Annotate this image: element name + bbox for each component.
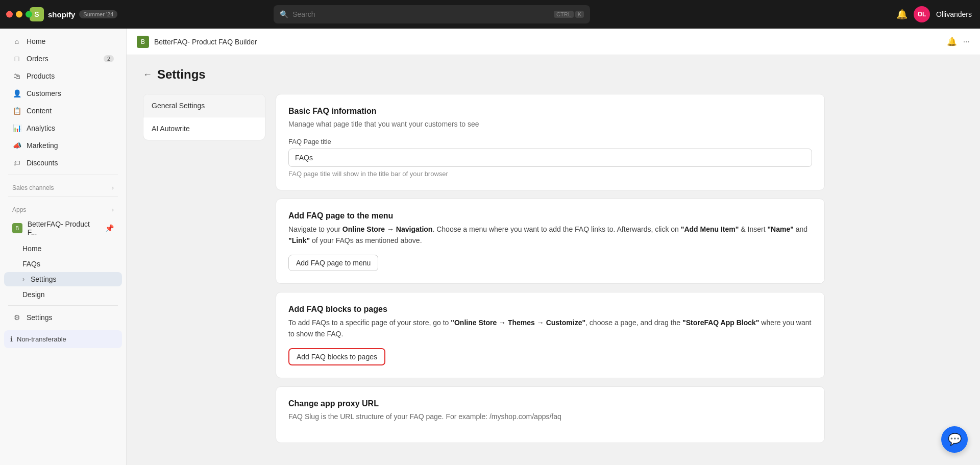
app-header-actions: 🔔 ···: [947, 37, 970, 46]
sub-item-design[interactable]: Design: [4, 287, 122, 302]
sidebar-label-settings: Settings: [27, 313, 53, 322]
betterfaq-app-icon: B: [12, 223, 22, 233]
sidebar-label-products: Products: [27, 72, 55, 80]
maximize-window-button[interactable]: [26, 11, 32, 18]
apps-chevron: ›: [112, 206, 114, 213]
marketing-icon: 📣: [12, 141, 21, 150]
left-settings-nav: General Settings AI Autowrite: [143, 94, 265, 443]
sidebar-item-content[interactable]: 📋 Content: [4, 103, 122, 119]
search-input[interactable]: [292, 10, 550, 18]
app-header-bar: B BetterFAQ- Product FAQ Builder 🔔 ···: [127, 29, 980, 55]
chat-button[interactable]: 💬: [941, 426, 968, 453]
sidebar-section-apps[interactable]: Apps ›: [4, 202, 122, 215]
sidebar-divider-3: [8, 305, 118, 306]
section-title-proxy: Change app proxy URL: [288, 399, 812, 408]
sub-settings-label: Settings: [31, 275, 57, 283]
shopify-badge: Summer '24: [79, 10, 117, 18]
topbar-right: 🔔 OL Ollivanders: [896, 6, 972, 22]
non-transferable-container: ℹ Non-transferable: [0, 326, 126, 352]
right-settings-panel: Basic FAQ information Manage what page t…: [276, 94, 825, 443]
faq-page-title-label: FAQ Page title: [288, 138, 812, 145]
analytics-icon: 📊: [12, 124, 21, 132]
content-area: General Settings AI Autowrite Basic FAQ …: [143, 94, 825, 443]
main-content: B BetterFAQ- Product FAQ Builder 🔔 ··· ←…: [127, 29, 980, 465]
sidebar-item-analytics[interactable]: 📊 Analytics: [4, 120, 122, 136]
sales-channels-chevron: ›: [112, 184, 114, 191]
notifications-icon[interactable]: 🔔: [896, 9, 908, 20]
sidebar-item-marketing[interactable]: 📣 Marketing: [4, 137, 122, 154]
customers-icon: 👤: [12, 89, 21, 97]
content-icon: 📋: [12, 107, 21, 115]
sub-design-label: Design: [22, 290, 45, 299]
section-basic-faq-info: Basic FAQ information Manage what page t…: [276, 94, 825, 190]
section-title-basic: Basic FAQ information: [288, 107, 812, 116]
app-item-betterfaq[interactable]: B BetterFAQ- Product F... 📌: [4, 216, 122, 240]
page-title: Settings: [157, 67, 206, 82]
sub-item-home[interactable]: Home: [4, 241, 122, 256]
products-icon: 🛍: [12, 72, 21, 80]
sidebar-item-settings[interactable]: ⚙ Settings: [4, 309, 122, 326]
sidebar-label-analytics: Analytics: [27, 124, 55, 132]
sidebar-label-customers: Customers: [27, 89, 61, 97]
back-button[interactable]: ←: [143, 69, 152, 80]
nav-ai-autowrite[interactable]: AI Autowrite: [143, 117, 265, 140]
orders-badge: 2: [104, 55, 114, 62]
search-bar[interactable]: 🔍 CTRL K: [274, 5, 590, 23]
sub-home-label: Home: [22, 244, 41, 253]
sidebar-item-products[interactable]: 🛍 Products: [4, 68, 122, 84]
close-window-button[interactable]: [6, 11, 13, 18]
sidebar-section-sales-channels[interactable]: Sales channels ›: [4, 180, 122, 193]
home-icon: ⌂: [12, 37, 21, 45]
section-title-menu: Add FAQ page to the menu: [288, 211, 812, 221]
page-title-row: ← Settings: [143, 67, 825, 82]
sidebar-item-customers[interactable]: 👤 Customers: [4, 85, 122, 102]
window-controls: [6, 11, 32, 18]
sub-item-settings[interactable]: › Settings: [4, 272, 122, 286]
pin-icon: 📌: [105, 224, 114, 232]
minimize-window-button[interactable]: [16, 11, 22, 18]
header-more-icon[interactable]: ···: [963, 37, 970, 46]
store-name: Ollivanders: [936, 10, 972, 18]
section-text-blocks: To add FAQs to a specific page of your s…: [288, 317, 812, 340]
settings-arrow-icon: ›: [22, 276, 24, 283]
avatar[interactable]: OL: [914, 6, 930, 22]
sidebar-item-home[interactable]: ⌂ Home: [4, 33, 122, 50]
topbar: S shopify Summer '24 🔍 CTRL K 🔔 OL Olliv…: [0, 0, 980, 29]
page-content: ← Settings General Settings AI Autowrite: [127, 55, 841, 455]
section-desc-proxy: FAQ Slug is the URL structure of your FA…: [288, 411, 812, 422]
orders-icon: □: [12, 55, 21, 63]
search-shortcut: CTRL K: [554, 11, 584, 18]
section-text-menu: Navigate to your Online Store → Navigati…: [288, 224, 812, 247]
sidebar-divider-1: [8, 175, 118, 175]
sub-item-faqs[interactable]: FAQs: [4, 257, 122, 271]
add-faq-blocks-button[interactable]: Add FAQ blocks to pages: [288, 348, 385, 365]
info-icon: ℹ: [10, 335, 13, 343]
faq-page-title-input[interactable]: [288, 149, 812, 167]
sidebar-label-content: Content: [27, 107, 52, 115]
discounts-icon: 🏷: [12, 159, 21, 167]
faq-page-title-hint: FAQ page title will show in the title ba…: [288, 170, 812, 178]
section-title-blocks: Add FAQ blocks to pages: [288, 305, 812, 314]
sidebar-divider-2: [8, 197, 118, 197]
search-icon: 🔍: [280, 10, 288, 18]
shopify-brand: S shopify Summer '24: [30, 7, 117, 21]
header-bell-icon[interactable]: 🔔: [947, 37, 957, 46]
sidebar-item-discounts[interactable]: 🏷 Discounts: [4, 155, 122, 171]
add-faq-to-menu-button[interactable]: Add FAQ page to menu: [288, 255, 378, 271]
sidebar-item-orders[interactable]: □ Orders 2: [4, 51, 122, 67]
sidebar: ⌂ Home □ Orders 2 🛍 Products 👤 Customers…: [0, 29, 127, 465]
sidebar-label-marketing: Marketing: [27, 141, 58, 150]
section-proxy-url: Change app proxy URL FAQ Slug is the URL…: [276, 386, 825, 443]
sidebar-label-home: Home: [27, 37, 45, 45]
section-desc-basic: Manage what page title that you want you…: [288, 119, 812, 130]
shopify-wordmark: shopify: [48, 10, 75, 19]
sub-faqs-label: FAQs: [22, 260, 40, 268]
settings-icon: ⚙: [12, 313, 21, 322]
nav-general-settings[interactable]: General Settings: [143, 94, 265, 117]
section-add-blocks: Add FAQ blocks to pages To add FAQs to a…: [276, 292, 825, 378]
non-transferable-badge[interactable]: ℹ Non-transferable: [4, 330, 122, 348]
sidebar-label-orders: Orders: [27, 55, 48, 63]
app-header-title: BetterFAQ- Product FAQ Builder: [154, 38, 257, 46]
section-add-to-menu: Add FAQ page to the menu Navigate to you…: [276, 199, 825, 284]
non-transferable-label: Non-transferable: [17, 335, 66, 343]
